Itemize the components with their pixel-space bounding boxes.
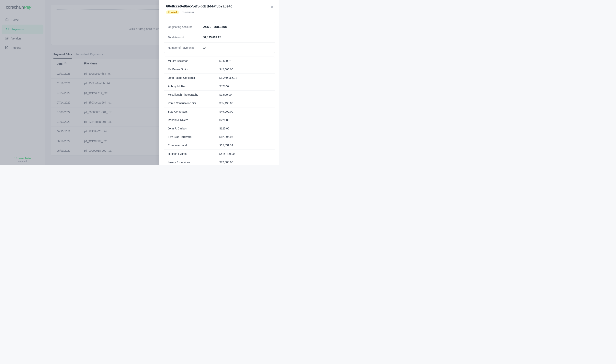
payee-name: John P. Carlson [168,127,219,130]
payment-row[interactable]: Five Star Hardware$12,895.95 [164,133,275,141]
payee-amount: $9,500.00 [219,93,271,96]
payee-name: Five Star Hardware [168,135,219,139]
payee-amount: $49,000.00 [219,110,271,113]
payee-name: Computer Land [168,144,219,147]
payee-name: Byte Computers [168,110,219,113]
drawer-meta: Created 02/07/2023 [166,10,273,14]
payee-amount: $92,684.00 [219,161,271,164]
payment-row[interactable]: Hudson Events$515,499.99 [164,150,275,158]
payee-name: Aubrey M. Ruiz [168,85,219,88]
payment-row[interactable]: Lakely Excursions$92,684.00 [164,158,275,165]
payee-name: Mr Jim Backman [168,59,219,63]
payments-list: Mr Jim Backman$3,500.21Ms Emma Smith$42,… [164,57,275,165]
payee-name: Perez Consultation Ser [168,102,219,105]
info-value: 14 [203,46,271,49]
payee-amount: $42,000.00 [219,68,271,71]
info-label: Number of Payments [168,46,203,49]
payment-row[interactable]: Ronald J. Rivera$221.80 [164,116,275,124]
drawer-title: 60e8cce0-d8ac-5ef5-bdcd-f4af5b7a0e4c [166,4,273,8]
payee-name: John Patino Constructi [168,76,219,79]
info-card: Originating AccountACME TOOLS INCTotal A… [164,22,275,53]
payee-name: Mccullough Photography [168,93,219,96]
drawer-body: Originating AccountACME TOOLS INCTotal A… [160,18,279,165]
info-row: Total Amount$2,135,878.12 [164,32,275,43]
payee-amount: $125.00 [219,127,271,130]
payment-row[interactable]: Mr Jim Backman$3,500.21 [164,57,275,65]
payment-row[interactable]: Aubrey M. Ruiz$528.57 [164,82,275,91]
payment-row[interactable]: Perez Consultation Ser$85,499.00 [164,99,275,107]
drawer-date: 02/07/2023 [182,11,194,14]
info-value: ACME TOOLS INC [203,25,271,28]
payee-amount: $12,895.95 [219,135,271,139]
payee-amount: $221.80 [219,118,271,122]
payee-amount: $528.57 [219,85,271,88]
payee-amount: $515,499.99 [219,152,271,155]
payment-row[interactable]: Mccullough Photography$9,500.00 [164,91,275,99]
payee-name: Ms Emma Smith [168,68,219,71]
status-badge: Created [166,10,179,14]
info-row: Number of Payments14 [164,43,275,53]
payment-row[interactable]: John Patino Constructi$1,249,966.21 [164,74,275,82]
payee-name: Hudson Events [168,152,219,155]
payee-amount: $62,457.39 [219,144,271,147]
payment-row[interactable]: Computer Land$62,457.39 [164,141,275,150]
detail-drawer: 60e8cce0-d8ac-5ef5-bdcd-f4af5b7a0e4c Cre… [160,0,279,165]
drawer-header: 60e8cce0-d8ac-5ef5-bdcd-f4af5b7a0e4c Cre… [160,0,279,18]
payment-row[interactable]: Byte Computers$49,000.00 [164,107,275,116]
info-row: Originating AccountACME TOOLS INC [164,22,275,32]
payee-amount: $85,499.00 [219,102,271,105]
payee-name: Lakely Excursions [168,161,219,164]
close-button[interactable] [270,5,274,9]
payment-row[interactable]: Ms Emma Smith$42,000.00 [164,65,275,74]
info-label: Originating Account [168,25,203,28]
payment-row[interactable]: John P. Carlson$125.00 [164,124,275,133]
payee-amount: $1,249,966.21 [219,76,271,79]
info-value: $2,135,878.12 [203,36,271,39]
payee-name: Ronald J. Rivera [168,118,219,122]
info-label: Total Amount [168,36,203,39]
payee-amount: $3,500.21 [219,59,271,63]
close-icon [270,6,274,9]
